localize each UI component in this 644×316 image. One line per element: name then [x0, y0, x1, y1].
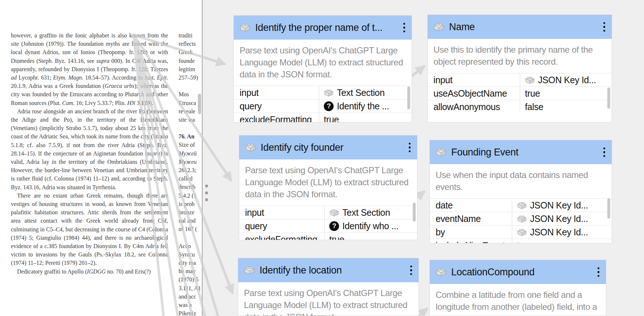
property-value: JSON Key Id...	[512, 199, 612, 212]
kebab-menu-button[interactable]	[408, 141, 412, 154]
property-key: eventName	[430, 212, 512, 225]
panel-divider[interactable]	[202, 0, 203, 316]
node-card-description: Combine a latitude from one field and a …	[430, 284, 606, 316]
property-row[interactable]: eventNameJSON Key Id...	[430, 212, 612, 225]
document-line-fragment: site wa	[179, 116, 202, 124]
property-value-text: Identify the ...	[337, 101, 389, 112]
panel-resize-handle[interactable]	[204, 185, 209, 201]
property-value-text: JSON Key Id...	[538, 75, 596, 85]
kebab-menu-button[interactable]	[597, 266, 600, 279]
document-line-fragment: nal and	[179, 216, 202, 225]
property-value-text: Text Section	[337, 88, 384, 98]
node-card-header[interactable]: LocationCompound	[430, 260, 606, 284]
property-value: true	[319, 113, 412, 122]
node-card-header[interactable]: Identify city founder	[239, 135, 417, 159]
document-panel[interactable]: however, a graffito in the Ionic alphabe…	[0, 0, 202, 316]
property-row[interactable]: useAsObjectNametrue	[428, 86, 612, 100]
brick-icon	[240, 23, 250, 33]
node-card-header[interactable]: Identify the location	[238, 258, 419, 282]
property-value: true	[325, 233, 417, 240]
node-card-identify-location[interactable]: Identify the location Parse text using O…	[238, 258, 419, 316]
document-column-2: traditireflectsGreekfoundelegitim257–59)…	[179, 31, 202, 316]
brick-icon	[517, 228, 527, 237]
node-card-title: Identify the location	[260, 265, 405, 276]
document-line-fragment	[179, 124, 202, 132]
card-scrollbar-thumb[interactable]	[607, 198, 610, 219]
property-row[interactable]: allowAnonymousfalse	[428, 100, 612, 113]
document-column-1: however, a graffito in the Ionic alphabe…	[11, 31, 168, 276]
property-row[interactable]: byJSON Key Id...	[430, 225, 612, 239]
property-row[interactable]: query?Identify who ...	[239, 219, 417, 232]
property-value-text: Identify who ...	[342, 221, 399, 231]
node-card-location-compound[interactable]: LocationCompound Combine a latitude from…	[429, 260, 606, 316]
node-card-properties: inputJSON Key Id...useAsObjectNametrueal…	[428, 73, 612, 113]
document-line-fragment: 2612.3;	[179, 166, 202, 174]
node-card-identify-city-founder[interactable]: Identify city founder Parse text using O…	[239, 135, 417, 240]
card-scrollbar-thumb[interactable]	[407, 86, 410, 109]
node-card-header[interactable]: Name	[428, 15, 612, 39]
property-row[interactable]: includeAliasEventtrue	[430, 239, 612, 243]
kebab-menu-button[interactable]	[603, 21, 606, 33]
document-line-fragment: Мужеи	[179, 158, 202, 166]
brick-icon	[433, 22, 444, 32]
brick-icon	[324, 88, 334, 97]
property-key: query	[234, 100, 319, 113]
brick-icon	[436, 147, 447, 157]
node-card-description: Parse text using OpenAI's ChatGPT Large …	[238, 282, 419, 316]
node-card-properties: inputText Sectionquery?Identify the ...e…	[234, 86, 412, 122]
document-line-fragment: Syracu	[179, 250, 202, 259]
property-value-text: true	[324, 114, 339, 123]
card-scrollbar-thumb[interactable]	[607, 88, 610, 109]
property-key: excludeFormatting	[234, 113, 319, 122]
document-line-fragment: founde	[179, 57, 202, 65]
node-card-founding-event[interactable]: Founding Event Use when the input data c…	[429, 140, 612, 243]
node-card-header[interactable]: Founding Event	[430, 140, 612, 164]
node-card-description: Parse text using OpenAI's ChatGPT Large …	[234, 40, 412, 86]
app-window: however, a graffito in the Ionic alphabe…	[0, 0, 644, 316]
property-row[interactable]: excludeFormattingtrue	[239, 232, 417, 240]
brick-icon	[436, 267, 447, 277]
kebab-menu-button[interactable]	[409, 264, 413, 277]
document-paragraph: however, a graffito in the Ionic alphabe…	[11, 31, 168, 107]
document-line-fragment: (1970) 5	[179, 275, 202, 284]
property-value: ?Identify the ...	[319, 100, 412, 113]
property-value: true	[512, 239, 612, 243]
node-card-properties: dateJSON Key Id...eventNameJSON Key Id..…	[430, 198, 612, 243]
kebab-menu-button[interactable]	[403, 21, 406, 34]
document-line-fragment: be may	[179, 267, 202, 275]
document-paragraph: Adria rose alongside an ancient branch o…	[11, 107, 168, 191]
document-line-fragment: 3.111, A1	[179, 284, 202, 292]
property-row[interactable]: inputText Section	[234, 86, 412, 99]
document-line-fragment: Size of	[179, 141, 202, 149]
property-row[interactable]: inputText Section	[239, 206, 417, 219]
brick-icon	[517, 201, 527, 210]
card-scrollbar-thumb[interactable]	[413, 203, 416, 222]
document-line-fragment	[179, 234, 202, 242]
document-scrollbar-thumb[interactable]	[198, 94, 201, 114]
document-line-fragment: traditi	[179, 31, 202, 40]
property-row[interactable]: excludeFormattingtrue	[234, 113, 412, 122]
document-line-fragment: describ	[179, 183, 202, 191]
node-card-identify-proper-name[interactable]: Identify the proper name of t... Parse t…	[233, 15, 412, 122]
document-paragraph: Dedicatory graffiti to Apollo (IGDGG no.…	[11, 267, 168, 276]
node-card-description: Use this to identify the primary name of…	[428, 39, 612, 73]
property-row[interactable]: dateJSON Key Id...	[430, 198, 612, 212]
node-card-header[interactable]: Identify the proper name of t...	[234, 16, 412, 40]
document-paragraph: There are no extant urban Greek remains,…	[11, 191, 168, 267]
document-line-fragment: city ma	[179, 259, 202, 267]
document-line-fragment: of 167 (	[179, 225, 202, 233]
document-line-fragment: 5.4.2 (1	[179, 191, 202, 200]
kebab-menu-button[interactable]	[603, 146, 606, 159]
node-card-title: LocationCompound	[451, 267, 592, 278]
node-card-name[interactable]: Name Use this to identify the primary na…	[427, 15, 612, 122]
property-value: ?Identify who ...	[325, 219, 417, 232]
node-card-description: Use when the input data contains named e…	[430, 164, 612, 198]
document-line-fragment: 257–59)	[179, 73, 202, 82]
property-row[interactable]: query?Identify the ...	[234, 99, 412, 113]
property-key: allowAnonymous	[428, 100, 520, 113]
property-row[interactable]: inputJSON Key Id...	[428, 73, 612, 86]
property-value-text: true	[329, 234, 344, 240]
property-key: useAsObjectName	[428, 87, 520, 100]
property-value: false	[520, 100, 612, 113]
property-value-text: JSON Key Id...	[530, 200, 588, 211]
